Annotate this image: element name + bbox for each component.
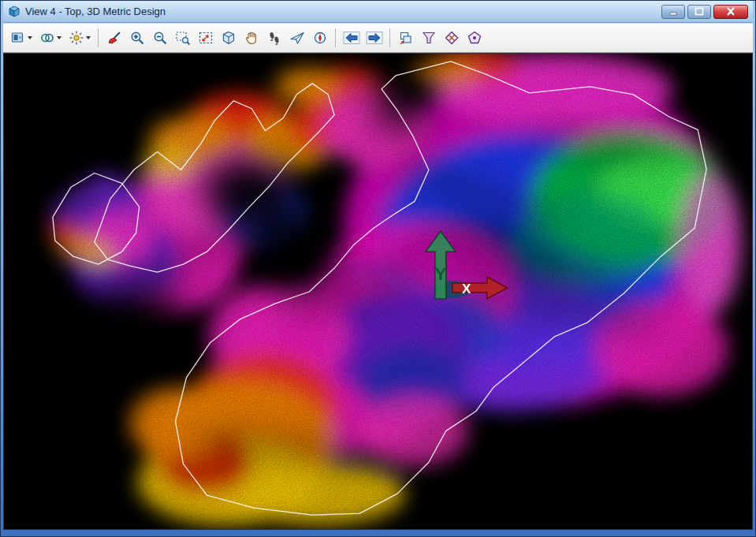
toolbar-button-adjust-brightness[interactable] bbox=[65, 28, 93, 49]
fly-paper-plane-icon bbox=[289, 30, 305, 46]
close-icon bbox=[726, 7, 736, 16]
fit-view-icon bbox=[198, 30, 214, 46]
clip-mask-icon bbox=[444, 30, 460, 46]
view-next-arrow-icon bbox=[366, 30, 383, 46]
titlebar[interactable]: View 4 - Top, 3D Metric Design bbox=[3, 1, 753, 23]
minimize-button[interactable] bbox=[661, 5, 685, 19]
maximize-button[interactable] bbox=[687, 5, 711, 19]
toolbar-button-zoom-out[interactable] bbox=[149, 28, 170, 49]
pan-hand-icon bbox=[244, 30, 259, 46]
toolbar-button-rotate-view[interactable] bbox=[218, 28, 239, 49]
dropdown-caret-icon bbox=[28, 36, 32, 39]
walk-footsteps-icon bbox=[266, 30, 282, 46]
view-window: View 4 - Top, 3D Metric Design bbox=[0, 0, 756, 537]
toolbar-button-clip-volume-settings[interactable] bbox=[464, 28, 485, 49]
update-view-brush-icon bbox=[106, 30, 122, 46]
window-icon bbox=[8, 6, 20, 18]
toolbar-button-clip-volume[interactable] bbox=[418, 28, 439, 49]
presentation-icon bbox=[39, 30, 55, 46]
maximize-icon bbox=[695, 7, 704, 16]
toolbar-button-clip-mask[interactable] bbox=[441, 28, 462, 49]
clip-volume-settings-icon bbox=[467, 30, 482, 46]
toolbar-separator bbox=[98, 28, 99, 47]
viewport-canvas[interactable]: Y X bbox=[4, 54, 752, 529]
window-title: View 4 - Top, 3D Metric Design bbox=[25, 6, 657, 17]
toolbar-button-pan-view[interactable] bbox=[240, 28, 262, 49]
toolbar-button-view-previous[interactable] bbox=[341, 28, 362, 49]
minimize-icon bbox=[668, 8, 678, 16]
toolbar-button-walk[interactable] bbox=[263, 28, 285, 49]
toolbar-button-zoom-in[interactable] bbox=[126, 28, 147, 49]
x-axis-label: X bbox=[462, 282, 471, 296]
toolbar-button-fly[interactable] bbox=[286, 28, 307, 49]
zoom-out-icon bbox=[152, 30, 168, 46]
toolbar-separator bbox=[389, 28, 390, 47]
toolbar-separator bbox=[335, 28, 336, 47]
close-button[interactable] bbox=[713, 5, 748, 19]
brightness-icon bbox=[69, 30, 84, 46]
view-previous-arrow-icon bbox=[343, 30, 360, 46]
clip-volume-funnel-icon bbox=[421, 30, 437, 46]
view-display-mode-icon bbox=[10, 30, 26, 46]
toolbar-button-fit-view[interactable] bbox=[195, 28, 216, 49]
window-area-icon bbox=[175, 30, 191, 46]
toolbar-button-copy-view[interactable] bbox=[395, 28, 416, 49]
toolbar-button-window-area[interactable] bbox=[172, 28, 193, 49]
dropdown-caret-icon bbox=[86, 36, 91, 39]
window-controls bbox=[661, 5, 748, 19]
y-axis-label: Y bbox=[435, 264, 447, 284]
toolbar-button-navigate-view[interactable] bbox=[309, 28, 330, 49]
toolbar-button-update-view[interactable] bbox=[103, 28, 125, 49]
viewport[interactable]: Y X bbox=[3, 53, 753, 530]
toolbar-button-view-display-mode[interactable] bbox=[7, 28, 35, 49]
navigate-compass-icon bbox=[312, 30, 328, 46]
zoom-in-icon bbox=[129, 30, 145, 46]
copy-view-icon bbox=[398, 30, 414, 46]
toolbar-button-presentation[interactable] bbox=[36, 28, 64, 49]
view-toolbar bbox=[3, 23, 753, 53]
dropdown-caret-icon bbox=[57, 36, 61, 39]
toolbar-button-view-next[interactable] bbox=[363, 28, 385, 49]
pointcloud-speckle-overlay bbox=[4, 54, 752, 529]
rotate-view-cube-icon bbox=[221, 30, 236, 46]
